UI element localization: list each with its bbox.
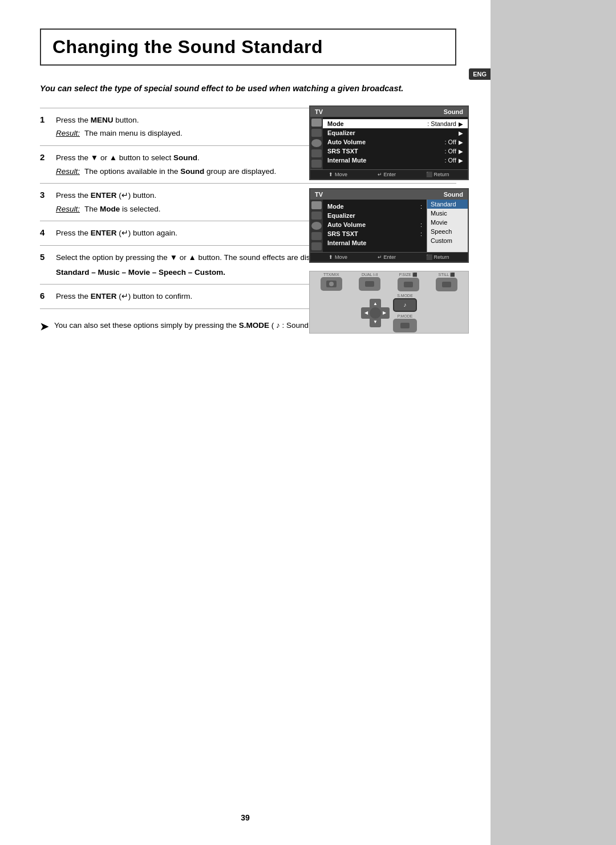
- dropdown-speech: Speech: [427, 227, 468, 236]
- eng-badge: ENG: [469, 68, 491, 80]
- step-3-result-text: The Mode is selected.: [84, 203, 161, 216]
- dpad: ▲ ▼ ◀ ▶: [361, 299, 390, 327]
- svg-rect-3: [404, 282, 413, 287]
- dropdown-movie: Movie: [427, 218, 468, 227]
- tv-menu-row-mute: Internal Mute : Off ▶: [323, 156, 468, 165]
- step-6-number: 6: [40, 290, 56, 300]
- screenshots-panel: TV Sound Mode : Standard ▶: [309, 105, 486, 334]
- dropdown-standard: Standard: [427, 200, 468, 209]
- tv-menu2-row-equalizer: Equalizer: [323, 211, 427, 220]
- tv-menu-box-2: TV Sound Mode :: [309, 188, 469, 263]
- tv-menu-footer-1: ⬆ Move ↵ Enter ⬛ Return: [310, 169, 468, 179]
- page-title: Changing the Sound Standard: [52, 36, 444, 58]
- btn-ttxmix-label: TTX/MIX: [323, 273, 339, 277]
- tv-menu-footer-2: ⬆ Move ↵ Enter ⬛ Return: [310, 252, 468, 262]
- tv-menu2-row-mode: Mode :: [323, 202, 427, 211]
- step-5-number: 5: [40, 251, 56, 262]
- step-2-number: 2: [40, 152, 56, 162]
- step-3-bold: ENTER: [91, 191, 117, 200]
- svg-rect-2: [365, 281, 374, 287]
- step-1-result-label: Result:: [56, 127, 80, 140]
- step-3-number: 3: [40, 189, 56, 200]
- svg-rect-5: [400, 323, 410, 328]
- step-6-bold: ENTER: [91, 292, 117, 300]
- btn-pmode-label: P.MODE: [398, 314, 413, 318]
- page-wrapper: ENG Changing the Sound Standard You can …: [0, 0, 616, 845]
- svg-point-1: [329, 282, 334, 286]
- tv-label-2: TV: [315, 191, 323, 198]
- step-4-bold: ENTER: [91, 229, 117, 237]
- dpad-center: [370, 307, 381, 319]
- btn-still: [436, 278, 457, 291]
- tv-menu2-row-srs: SRS TSXT :: [323, 229, 427, 238]
- step-2-bold: Sound: [173, 153, 197, 162]
- btn-smode-label: S.MODE: [397, 294, 413, 298]
- btn-still-label: STILL ⬛: [439, 273, 455, 277]
- step-3-result-label: Result:: [56, 203, 80, 216]
- sound-dropdown: Standard Music Movie Speech Custom: [427, 200, 468, 252]
- step-1-result-text: The main menu is displayed.: [84, 127, 183, 140]
- page-number: 39: [241, 813, 250, 822]
- tv-menu-row-equalizer: Equalizer ▶: [323, 128, 468, 137]
- dropdown-music: Music: [427, 209, 468, 218]
- tv-menu2-row-autovolume: Auto Volume :: [323, 220, 427, 229]
- tv-menu-header-2: TV Sound: [310, 189, 468, 200]
- note-arrow-icon: ➤: [40, 320, 48, 333]
- btn-dual: [359, 277, 380, 291]
- btn-ttxmix: [321, 277, 342, 291]
- svg-rect-4: [442, 282, 451, 287]
- btn-dual-label: DUAL I-II: [362, 273, 378, 277]
- remote-panel: TTX/MIX DUAL I-II P.SIZE ⬛: [309, 271, 469, 334]
- menu1-header: Sound: [444, 108, 463, 115]
- tv-menu-box-1: TV Sound Mode : Standard ▶: [309, 105, 469, 180]
- tv-menu-row-srs: SRS TSXT : Off ▶: [323, 147, 468, 156]
- btn-psize-label: P.SIZE ⬛: [399, 273, 418, 277]
- tv-menu-header-1: TV Sound: [310, 107, 468, 117]
- step-4-number: 4: [40, 227, 56, 237]
- title-box: Changing the Sound Standard: [40, 29, 456, 66]
- step-2-result-text: The options available in the Sound group…: [84, 165, 276, 178]
- dropdown-custom: Custom: [427, 236, 468, 245]
- step-1-number: 1: [40, 114, 56, 124]
- menu2-header: Sound: [444, 191, 463, 198]
- tv-menu-row-autovolume: Auto Volume : Off ▶: [323, 137, 468, 147]
- tv-label-1: TV: [315, 108, 323, 115]
- step-2-result-label: Result:: [56, 165, 80, 178]
- btn-psize: [398, 278, 419, 291]
- tv-menu2-row-mute: Internal Mute: [323, 238, 427, 247]
- tv-menu-row-mode: Mode : Standard ▶: [323, 119, 468, 128]
- btn-smode[interactable]: ♪: [393, 298, 417, 312]
- tv-menu-body-1: Mode : Standard ▶ Equalizer ▶ Auto Volum…: [323, 117, 468, 169]
- step-1-bold: MENU: [91, 116, 114, 124]
- btn-pmode[interactable]: [393, 319, 417, 332]
- right-sidebar: [491, 0, 616, 845]
- step-5-order: Standard – Music – Movie – Speech – Cust…: [56, 268, 225, 277]
- intro-paragraph: You can select the type of special sound…: [40, 83, 456, 95]
